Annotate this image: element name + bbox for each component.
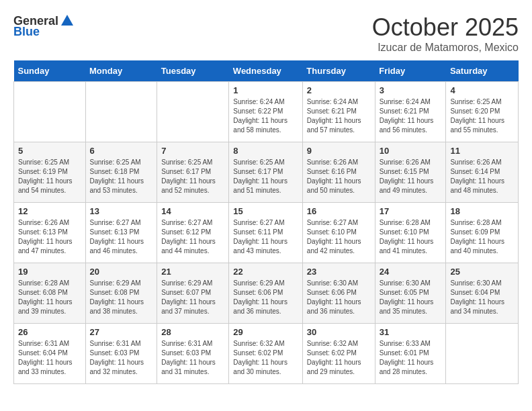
- header-day-sunday: Sunday: [14, 60, 86, 82]
- title-section: October 2025 Izucar de Matamoros, Mexico: [372, 13, 519, 54]
- calendar-cell: [85, 82, 157, 142]
- day-number: 2: [307, 85, 371, 95]
- day-number: 18: [450, 206, 514, 216]
- day-info: Sunrise: 6:33 AM Sunset: 6:01 PM Dayligh…: [380, 339, 442, 377]
- day-number: 16: [307, 206, 371, 216]
- day-number: 24: [380, 267, 442, 277]
- day-info: Sunrise: 6:28 AM Sunset: 6:09 PM Dayligh…: [450, 218, 514, 256]
- day-info: Sunrise: 6:26 AM Sunset: 6:16 PM Dayligh…: [307, 158, 371, 195]
- page-header: General Blue October 2025 Izucar de Mata…: [13, 13, 519, 54]
- calendar-week-5: 26Sunrise: 6:31 AM Sunset: 6:04 PM Dayli…: [14, 324, 519, 384]
- calendar-cell: 22Sunrise: 6:29 AM Sunset: 6:06 PM Dayli…: [229, 263, 303, 324]
- calendar-cell: 20Sunrise: 6:29 AM Sunset: 6:08 PM Dayli…: [85, 263, 157, 324]
- day-number: 3: [380, 85, 442, 95]
- day-number: 29: [233, 327, 298, 337]
- day-number: 7: [161, 146, 224, 156]
- calendar-cell: 24Sunrise: 6:30 AM Sunset: 6:05 PM Dayli…: [375, 263, 446, 324]
- calendar-cell: 21Sunrise: 6:29 AM Sunset: 6:07 PM Dayli…: [157, 263, 229, 324]
- day-info: Sunrise: 6:24 AM Sunset: 6:21 PM Dayligh…: [380, 97, 442, 135]
- day-info: Sunrise: 6:24 AM Sunset: 6:22 PM Dayligh…: [233, 97, 298, 135]
- calendar-week-3: 12Sunrise: 6:26 AM Sunset: 6:13 PM Dayli…: [14, 203, 519, 263]
- calendar-cell: 15Sunrise: 6:27 AM Sunset: 6:11 PM Dayli…: [229, 203, 303, 263]
- day-info: Sunrise: 6:24 AM Sunset: 6:21 PM Dayligh…: [307, 97, 371, 135]
- day-number: 22: [233, 267, 298, 277]
- day-number: 14: [161, 206, 224, 216]
- calendar-cell: 5Sunrise: 6:25 AM Sunset: 6:19 PM Daylig…: [14, 142, 86, 203]
- month-title: October 2025: [372, 13, 519, 42]
- header-row: SundayMondayTuesdayWednesdayThursdayFrid…: [14, 60, 519, 82]
- calendar-cell: 19Sunrise: 6:28 AM Sunset: 6:08 PM Dayli…: [14, 263, 86, 324]
- calendar-cell: 30Sunrise: 6:32 AM Sunset: 6:02 PM Dayli…: [302, 324, 375, 384]
- day-number: 21: [161, 267, 224, 277]
- day-info: Sunrise: 6:30 AM Sunset: 6:04 PM Dayligh…: [450, 279, 514, 316]
- calendar-cell: 16Sunrise: 6:27 AM Sunset: 6:10 PM Dayli…: [302, 203, 375, 263]
- day-number: 25: [450, 267, 514, 277]
- day-info: Sunrise: 6:25 AM Sunset: 6:17 PM Dayligh…: [161, 158, 224, 195]
- svg-marker-0: [61, 15, 73, 26]
- header-day-monday: Monday: [85, 60, 157, 82]
- calendar-cell: 6Sunrise: 6:25 AM Sunset: 6:18 PM Daylig…: [85, 142, 157, 203]
- day-info: Sunrise: 6:32 AM Sunset: 6:02 PM Dayligh…: [233, 339, 298, 377]
- calendar-week-2: 5Sunrise: 6:25 AM Sunset: 6:19 PM Daylig…: [14, 142, 519, 203]
- logo-icon: [60, 13, 75, 28]
- calendar-cell: [446, 324, 519, 384]
- calendar-cell: 27Sunrise: 6:31 AM Sunset: 6:03 PM Dayli…: [85, 324, 157, 384]
- calendar-cell: 28Sunrise: 6:31 AM Sunset: 6:03 PM Dayli…: [157, 324, 229, 384]
- calendar-cell: 11Sunrise: 6:26 AM Sunset: 6:14 PM Dayli…: [446, 142, 519, 203]
- day-info: Sunrise: 6:31 AM Sunset: 6:03 PM Dayligh…: [90, 339, 153, 377]
- calendar-cell: 25Sunrise: 6:30 AM Sunset: 6:04 PM Dayli…: [446, 263, 519, 324]
- day-info: Sunrise: 6:30 AM Sunset: 6:05 PM Dayligh…: [380, 279, 442, 316]
- day-number: 23: [307, 267, 371, 277]
- day-info: Sunrise: 6:25 AM Sunset: 6:18 PM Dayligh…: [90, 158, 153, 195]
- calendar-cell: 29Sunrise: 6:32 AM Sunset: 6:02 PM Dayli…: [229, 324, 303, 384]
- day-number: 10: [380, 146, 442, 156]
- day-info: Sunrise: 6:27 AM Sunset: 6:12 PM Dayligh…: [161, 218, 224, 256]
- header-day-friday: Friday: [375, 60, 446, 82]
- day-info: Sunrise: 6:31 AM Sunset: 6:03 PM Dayligh…: [161, 339, 224, 377]
- calendar-cell: 23Sunrise: 6:30 AM Sunset: 6:06 PM Dayli…: [302, 263, 375, 324]
- day-info: Sunrise: 6:25 AM Sunset: 6:19 PM Dayligh…: [18, 158, 81, 195]
- day-info: Sunrise: 6:29 AM Sunset: 6:08 PM Dayligh…: [90, 279, 153, 316]
- day-number: 9: [307, 146, 371, 156]
- day-info: Sunrise: 6:29 AM Sunset: 6:06 PM Dayligh…: [233, 279, 298, 316]
- calendar-cell: 12Sunrise: 6:26 AM Sunset: 6:13 PM Dayli…: [14, 203, 86, 263]
- header-day-thursday: Thursday: [302, 60, 375, 82]
- day-number: 1: [233, 85, 298, 95]
- calendar-week-1: 1Sunrise: 6:24 AM Sunset: 6:22 PM Daylig…: [14, 82, 519, 142]
- calendar-cell: 9Sunrise: 6:26 AM Sunset: 6:16 PM Daylig…: [302, 142, 375, 203]
- day-info: Sunrise: 6:30 AM Sunset: 6:06 PM Dayligh…: [307, 279, 371, 316]
- day-number: 6: [90, 146, 153, 156]
- day-number: 4: [450, 85, 514, 95]
- calendar-cell: 8Sunrise: 6:25 AM Sunset: 6:17 PM Daylig…: [229, 142, 303, 203]
- calendar-cell: 1Sunrise: 6:24 AM Sunset: 6:22 PM Daylig…: [229, 82, 303, 142]
- header-day-tuesday: Tuesday: [157, 60, 229, 82]
- calendar-cell: 13Sunrise: 6:27 AM Sunset: 6:13 PM Dayli…: [85, 203, 157, 263]
- day-number: 31: [380, 327, 442, 337]
- calendar-cell: 4Sunrise: 6:25 AM Sunset: 6:20 PM Daylig…: [446, 82, 519, 142]
- day-info: Sunrise: 6:27 AM Sunset: 6:13 PM Dayligh…: [90, 218, 153, 256]
- day-info: Sunrise: 6:31 AM Sunset: 6:04 PM Dayligh…: [18, 339, 81, 377]
- calendar-cell: 17Sunrise: 6:28 AM Sunset: 6:10 PM Dayli…: [375, 203, 446, 263]
- day-number: 8: [233, 146, 298, 156]
- day-info: Sunrise: 6:27 AM Sunset: 6:10 PM Dayligh…: [307, 218, 371, 256]
- calendar-cell: [157, 82, 229, 142]
- calendar-cell: 10Sunrise: 6:26 AM Sunset: 6:15 PM Dayli…: [375, 142, 446, 203]
- day-number: 11: [450, 146, 514, 156]
- calendar-table: SundayMondayTuesdayWednesdayThursdayFrid…: [13, 60, 519, 384]
- day-info: Sunrise: 6:25 AM Sunset: 6:17 PM Dayligh…: [233, 158, 298, 195]
- day-number: 28: [161, 327, 224, 337]
- calendar-cell: 2Sunrise: 6:24 AM Sunset: 6:21 PM Daylig…: [302, 82, 375, 142]
- calendar-cell: 3Sunrise: 6:24 AM Sunset: 6:21 PM Daylig…: [375, 82, 446, 142]
- calendar-cell: 26Sunrise: 6:31 AM Sunset: 6:04 PM Dayli…: [14, 324, 86, 384]
- day-info: Sunrise: 6:27 AM Sunset: 6:11 PM Dayligh…: [233, 218, 298, 256]
- calendar-cell: 7Sunrise: 6:25 AM Sunset: 6:17 PM Daylig…: [157, 142, 229, 203]
- day-info: Sunrise: 6:28 AM Sunset: 6:10 PM Dayligh…: [380, 218, 442, 256]
- calendar-week-4: 19Sunrise: 6:28 AM Sunset: 6:08 PM Dayli…: [14, 263, 519, 324]
- logo-blue: Blue: [13, 26, 40, 38]
- calendar-cell: 14Sunrise: 6:27 AM Sunset: 6:12 PM Dayli…: [157, 203, 229, 263]
- day-number: 19: [18, 267, 81, 277]
- day-number: 20: [90, 267, 153, 277]
- day-number: 13: [90, 206, 153, 216]
- day-number: 12: [18, 206, 81, 216]
- logo: General Blue: [13, 13, 75, 38]
